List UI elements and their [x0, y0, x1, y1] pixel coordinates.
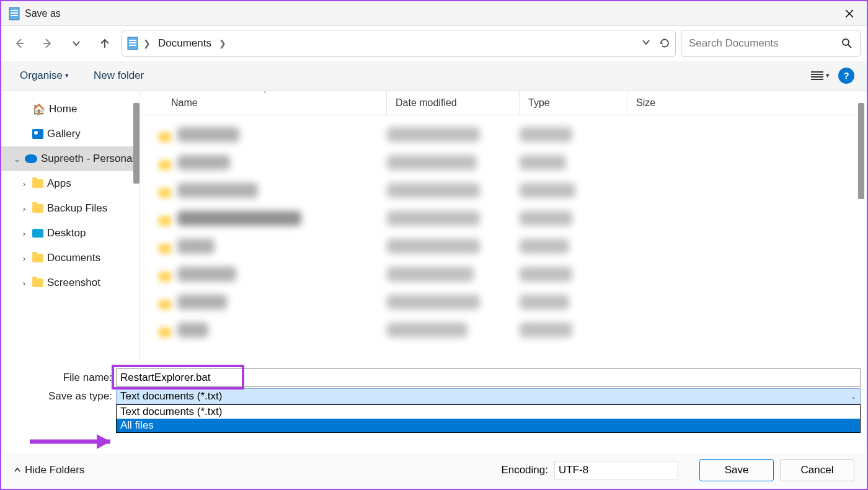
sidebar-label-screenshot: Screenshot	[47, 277, 100, 289]
list-view-icon	[811, 71, 823, 81]
dialog-footer: Hide Folders Encoding: Save Cancel	[2, 453, 866, 488]
column-name[interactable]: ˄ Name	[140, 91, 387, 115]
file-list: ˄ Name Date modified Type Size	[140, 91, 867, 362]
list-item[interactable]	[140, 122, 867, 149]
notepad-icon	[9, 7, 20, 20]
save-button[interactable]: Save	[699, 459, 774, 481]
list-item[interactable]	[140, 317, 867, 345]
organise-label: Organise	[20, 69, 63, 82]
recent-locations-button[interactable]	[64, 31, 88, 56]
up-arrow-icon	[99, 37, 111, 50]
sidebar-label-gallery: Gallery	[47, 128, 81, 140]
close-button[interactable]	[837, 4, 862, 23]
filename-row: File name:	[7, 368, 861, 387]
organise-button[interactable]: Organise ▾	[14, 66, 75, 86]
chevron-down-icon: ⌄	[851, 393, 856, 401]
sidebar-label-home: Home	[49, 103, 77, 115]
sort-asc-icon: ˄	[264, 91, 267, 97]
chevron-down-icon[interactable]: ⌄	[12, 154, 21, 164]
address-dropdown-button[interactable]	[642, 38, 650, 49]
chevron-up-icon	[14, 466, 21, 474]
search-box[interactable]	[681, 30, 861, 57]
sidebar-item-gallery[interactable]: Gallery	[1, 122, 140, 146]
sidebar-item-documents[interactable]: › Documents	[1, 246, 140, 270]
search-input[interactable]	[689, 37, 841, 50]
title-bar: Save as	[1, 1, 867, 26]
sidebar-item-backup[interactable]: › Backup Files	[1, 196, 140, 221]
saveastype-select[interactable]: Text documents (*.txt) ⌄	[116, 388, 861, 404]
back-button[interactable]	[7, 31, 31, 56]
home-icon: 🏠	[32, 103, 45, 116]
toolbar: Organise ▾ New folder ▾ ?	[1, 61, 867, 91]
back-arrow-icon	[13, 37, 25, 50]
column-size[interactable]: Size	[627, 91, 735, 115]
col-name-label: Name	[171, 97, 198, 109]
main-area: 🏠 Home Gallery ⌄ Supreeth - Personal › A…	[1, 91, 867, 362]
saveastype-row: Save as type: Text documents (*.txt) ⌄ T…	[7, 388, 861, 404]
col-size-label: Size	[636, 97, 655, 109]
chevron-right-icon[interactable]: ›	[20, 278, 29, 288]
nav-tree: 🏠 Home Gallery ⌄ Supreeth - Personal › A…	[1, 91, 140, 301]
column-type[interactable]: Type	[520, 91, 627, 115]
encoding-label: Encoding:	[501, 464, 548, 476]
chevron-right-icon[interactable]: ›	[20, 204, 29, 213]
column-date[interactable]: Date modified	[387, 91, 520, 115]
hide-folders-button[interactable]: Hide Folders	[14, 464, 84, 476]
chevron-right-icon[interactable]: ›	[20, 179, 29, 189]
chevron-right-icon[interactable]: ›	[20, 254, 29, 263]
option-all-files[interactable]: All files	[117, 419, 860, 432]
sidebar-item-apps[interactable]: › Apps	[1, 171, 140, 196]
close-icon	[845, 9, 854, 18]
new-folder-button[interactable]: New folder	[87, 66, 150, 86]
breadcrumb-separator: ❯	[216, 38, 229, 48]
new-folder-label: New folder	[94, 69, 144, 82]
forward-button[interactable]	[36, 31, 60, 56]
sidebar-label-onedrive: Supreeth - Personal	[41, 153, 135, 165]
svg-rect-6	[129, 42, 136, 43]
list-item[interactable]	[140, 177, 867, 205]
sidebar: 🏠 Home Gallery ⌄ Supreeth - Personal › A…	[1, 91, 140, 362]
chevron-right-icon[interactable]: ›	[20, 229, 29, 238]
sidebar-scrollbar[interactable]	[133, 103, 140, 184]
sidebar-item-screenshot[interactable]: › Screenshot	[1, 270, 140, 295]
list-item[interactable]	[140, 289, 867, 317]
svg-rect-7	[129, 45, 136, 46]
filename-input[interactable]	[116, 368, 861, 387]
desktop-icon	[32, 229, 43, 238]
cancel-button[interactable]: Cancel	[780, 459, 854, 481]
svg-rect-3	[11, 15, 18, 16]
list-item[interactable]	[140, 205, 867, 233]
chevron-down-icon	[72, 39, 81, 48]
forward-arrow-icon	[42, 37, 54, 50]
folder-icon	[32, 204, 43, 213]
sidebar-label-documents: Documents	[47, 252, 100, 264]
refresh-icon	[659, 38, 670, 49]
sidebar-item-home[interactable]: 🏠 Home	[1, 97, 140, 122]
address-bar[interactable]: ❯ Documents ❯	[122, 30, 676, 57]
svg-rect-1	[11, 10, 18, 11]
encoding-input[interactable]	[554, 461, 678, 479]
sidebar-item-onedrive[interactable]: ⌄ Supreeth - Personal	[1, 146, 140, 171]
saveastype-value: Text documents (*.txt)	[120, 390, 222, 403]
up-button[interactable]	[93, 31, 117, 56]
option-txt[interactable]: Text documents (*.txt)	[117, 405, 860, 419]
view-button[interactable]: ▾	[811, 71, 830, 81]
list-item[interactable]	[140, 149, 867, 177]
svg-point-8	[843, 39, 849, 45]
saveastype-label: Save as type:	[7, 390, 116, 403]
sidebar-label-backup: Backup Files	[47, 202, 107, 215]
chevron-down-icon: ▾	[65, 71, 69, 79]
col-date-label: Date modified	[396, 97, 457, 109]
sidebar-item-desktop[interactable]: › Desktop	[1, 221, 140, 246]
chevron-down-icon: ▾	[826, 71, 830, 79]
list-item[interactable]	[140, 233, 867, 261]
help-button[interactable]: ?	[838, 68, 854, 84]
sidebar-label-apps: Apps	[47, 177, 71, 190]
folder-icon	[32, 278, 43, 287]
list-item[interactable]	[140, 261, 867, 289]
save-form: File name: Save as type: Text documents …	[1, 362, 867, 404]
column-headers: ˄ Name Date modified Type Size	[140, 91, 867, 115]
folder-icon	[32, 254, 43, 262]
refresh-button[interactable]	[659, 38, 670, 49]
breadcrumb-documents[interactable]: Documents	[156, 36, 214, 51]
